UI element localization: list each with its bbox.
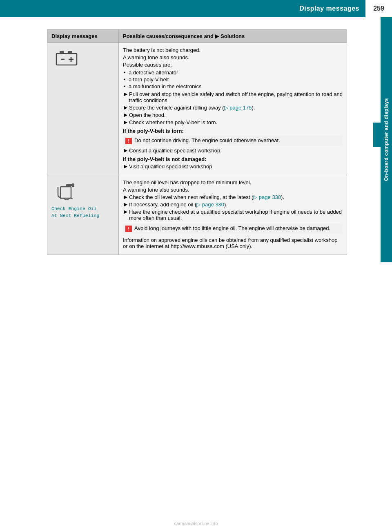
svg-rect-7: [72, 183, 74, 187]
oil-final-text: Information on approved engine oils can …: [123, 237, 343, 249]
arrow-item: ▶ Consult a qualified specialist worksho…: [123, 148, 343, 154]
arrow-icon: ▶: [124, 164, 127, 170]
warning-icon: !: [125, 226, 132, 232]
causes-cell-oil: The engine oil level has dropped to the …: [119, 175, 347, 255]
list-item: a defective alternator: [123, 69, 343, 76]
sidebar-tab: On-board computer and displays: [381, 17, 392, 262]
arrow-icon: ▶: [124, 105, 127, 111]
display-cell-oil: Check Engine OilAt Next Refueling: [47, 175, 119, 255]
arrow-icon: ▶: [124, 194, 127, 200]
arrow-icon: ▶: [124, 209, 127, 221]
warning-block-1: ! Do not continue driving. The engine co…: [123, 136, 343, 146]
oil-display-label: Check Engine OilAt Next Refueling: [51, 205, 114, 219]
sidebar-label: On-board computer and displays: [383, 98, 389, 181]
bold-heading-1: If the poly-V-belt is torn:: [123, 128, 343, 134]
causes-cell-battery: The battery is not being charged. A warn…: [119, 43, 347, 175]
page-number: 259: [365, 0, 392, 17]
battery-bullet-list: a defective alternator a torn poly-V-bel…: [123, 69, 343, 89]
battery-text2: A warning tone also sounds.: [123, 54, 343, 60]
arrow-item: ▶ Secure the vehicle against rolling awa…: [123, 105, 343, 111]
warning-block-2: ! Avoid long journeys with too little en…: [123, 224, 343, 234]
header-title: Display messages: [299, 5, 359, 12]
oil-text1: The engine oil level has dropped to the …: [123, 179, 343, 186]
watermark: carmanualsonline.info: [174, 521, 218, 526]
arrow-item: ▶ Check the oil level when next refuelin…: [123, 194, 343, 200]
col-header-display: Display messages: [47, 30, 119, 43]
arrow-item: ▶ Pull over and stop the vehicle safely …: [123, 91, 343, 103]
oil-icon-wrapper: [51, 179, 114, 203]
table-row: Check Engine OilAt Next Refueling The en…: [47, 175, 347, 255]
arrow-item: ▶ If necessary, add engine oil (▷ page 3…: [123, 201, 343, 208]
table-row: The battery is not being charged. A warn…: [47, 43, 347, 175]
battery-icon-wrapper: [51, 47, 114, 69]
arrow-icon: ▶: [124, 92, 127, 103]
oil-text2: A warning tone also sounds.: [123, 187, 343, 193]
content-area: Display messages Possible causes/consequ…: [0, 17, 392, 271]
battery-text3: Possible causes are:: [123, 62, 343, 68]
display-cell-battery: [47, 43, 119, 175]
arrow-item: ▶ Check whether the poly-V-belt is torn.: [123, 119, 343, 125]
main-table: Display messages Possible causes/consequ…: [47, 29, 347, 255]
arrow-item: ▶ Have the engine checked at a qualified…: [123, 209, 343, 221]
battery-text1: The battery is not being charged.: [123, 47, 343, 53]
battery-icon: [55, 50, 78, 67]
warning-icon: !: [125, 138, 132, 144]
oil-icon: [55, 183, 76, 200]
svg-rect-8: [60, 187, 71, 198]
col-header-causes: Possible causes/consequences and ▶ Solut…: [119, 30, 347, 43]
arrow-icon: ▶: [124, 112, 127, 118]
arrow-icon: ▶: [124, 120, 127, 125]
arrow-item: ▶ Visit a qualified specialist workshop.: [123, 163, 343, 170]
header-bar: Display messages 259: [0, 0, 392, 17]
svg-rect-2: [56, 54, 77, 65]
bold-heading-2: If the poly-V-belt is not damaged:: [123, 156, 343, 162]
list-item: a malfunction in the electronics: [123, 83, 343, 89]
arrow-item: ▶ Open the hood.: [123, 112, 343, 118]
list-item: a torn poly-V-belt: [123, 76, 343, 83]
arrow-icon: ▶: [124, 148, 127, 154]
arrow-icon: ▶: [124, 202, 127, 208]
